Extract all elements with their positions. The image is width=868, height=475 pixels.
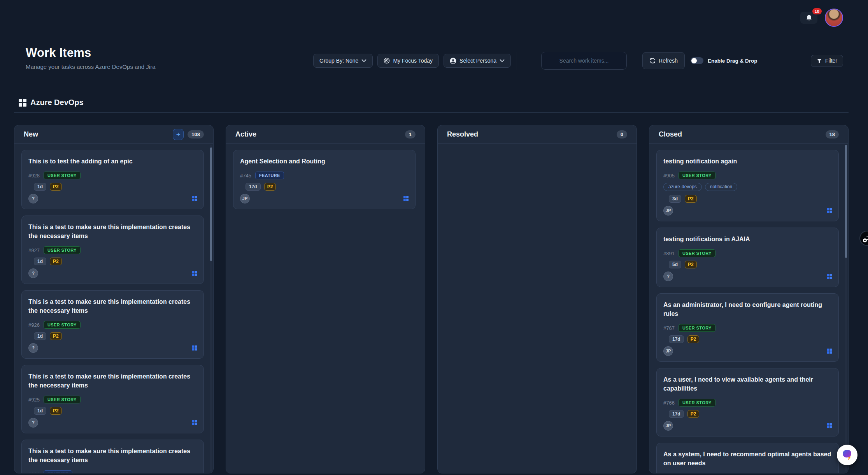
column-header: Active1	[226, 125, 425, 144]
age-chip: 5d	[669, 261, 681, 268]
priority-chip: P2	[50, 183, 62, 191]
page-subtitle: Manage your tasks across Azure DevOps an…	[26, 63, 156, 70]
work-item-type-badge: USER STORY	[679, 324, 715, 332]
target-icon	[384, 58, 390, 64]
card[interactable]: This is a test to make sure this impleme…	[21, 290, 204, 359]
notifications-count-badge: 10	[812, 8, 822, 14]
age-chip: 17d	[669, 410, 684, 418]
question-avatar: ?	[663, 272, 673, 281]
side-widget-icon[interactable]	[859, 231, 868, 246]
section-header: Azure DevOps	[14, 98, 849, 107]
card-title: This is a test to make sure this impleme…	[28, 297, 197, 315]
card-footer: ?	[28, 343, 197, 353]
azure-devops-icon	[827, 208, 832, 213]
card-title: This is a test to make sure this impleme…	[28, 372, 197, 390]
assignee-avatar: JP	[663, 346, 673, 356]
card-meta: #928USER STORY	[28, 172, 197, 179]
card-list: Agent Selection and Routing#745FEATURE17…	[226, 144, 425, 473]
card-meta: #745FEATURE	[240, 172, 409, 179]
column-scrollbar-track	[210, 145, 212, 471]
age-chip: 17d	[245, 183, 261, 191]
notifications-button[interactable]: 10	[800, 12, 817, 24]
brain-logo-icon[interactable]	[837, 445, 857, 465]
drag-drop-toggle[interactable]	[691, 57, 703, 64]
question-avatar: ?	[28, 194, 38, 203]
card[interactable]: As a user, I need to view available agen…	[656, 368, 839, 436]
assignee-avatar: JP	[663, 206, 673, 216]
section-divider	[14, 112, 849, 113]
card[interactable]: This is a test to make sure this impleme…	[21, 440, 204, 473]
card[interactable]: As an administrator, I need to configure…	[656, 293, 839, 362]
tag-pill: azure-devops	[663, 183, 702, 191]
filter-button[interactable]: Filter	[811, 55, 843, 67]
question-avatar: ?	[28, 418, 38, 428]
column-title: New	[24, 130, 38, 138]
card-title: testing notification again	[663, 157, 832, 166]
card-id: #927	[28, 247, 40, 253]
card-footer: JP	[663, 346, 832, 356]
filter-label: Filter	[825, 58, 837, 64]
azure-devops-icon	[827, 349, 832, 354]
card[interactable]: testing notification again#905USER STORY…	[656, 150, 839, 221]
select-persona-dropdown[interactable]: Select Persona	[444, 54, 511, 68]
toolbar-divider	[799, 52, 799, 70]
card-footer: ?	[28, 417, 197, 428]
work-item-type-badge: FEATURE	[44, 470, 72, 473]
card-footer: ?	[28, 193, 197, 203]
column-scrollbar-thumb[interactable]	[210, 147, 212, 261]
work-item-type-badge: FEATURE	[255, 172, 284, 179]
card-title: This is a test to make sure this impleme…	[28, 447, 197, 464]
bell-icon	[806, 14, 812, 21]
age-chip: 1d	[34, 407, 46, 415]
column-count-badge: 18	[826, 130, 839, 138]
card[interactable]: testing notifications in AJAIA#891USER S…	[656, 228, 839, 287]
refresh-icon	[649, 58, 656, 64]
card-footer: JP	[663, 205, 832, 216]
filter-icon	[817, 58, 822, 63]
card-meta: #925USER STORY	[28, 396, 197, 403]
card[interactable]: This is to test the adding of an epic#92…	[21, 150, 204, 209]
select-persona-label: Select Persona	[459, 58, 496, 64]
card[interactable]: As a system, I need to recommend optimal…	[656, 443, 839, 473]
age-chip: 1d	[34, 332, 46, 340]
card[interactable]: This is a test to make sure this impleme…	[21, 216, 204, 284]
card-title: This is a test to make sure this impleme…	[28, 223, 197, 240]
refresh-button[interactable]: Refresh	[642, 52, 685, 69]
column-active: Active1Agent Selection and Routing#745FE…	[226, 125, 425, 473]
column-new: New+108This is to test the adding of an …	[14, 125, 214, 473]
column-scrollbar-thumb[interactable]	[845, 145, 847, 258]
card-title: As a user, I need to view available agen…	[663, 375, 832, 393]
tag-pill: notification	[705, 183, 737, 191]
column-count-badge: 1	[405, 130, 416, 138]
card[interactable]: This is a test to make sure this impleme…	[21, 365, 204, 433]
user-avatar[interactable]	[825, 9, 843, 27]
priority-chip: P2	[687, 410, 700, 418]
topbar: 10	[800, 9, 843, 27]
group-by-dropdown[interactable]: Group By: None	[313, 54, 373, 68]
question-avatar: ?	[28, 268, 38, 278]
card-chips: 17dP2	[245, 183, 409, 191]
priority-chip: P2	[50, 258, 62, 265]
search-input[interactable]	[541, 52, 627, 70]
card-chips: 5dP2	[669, 261, 832, 268]
column-title: Closed	[659, 130, 682, 138]
board: Azure DevOps New+108This is to test the …	[14, 98, 849, 473]
work-item-type-badge: USER STORY	[44, 396, 81, 403]
add-card-button[interactable]: +	[173, 129, 184, 140]
work-item-type-badge: USER STORY	[44, 172, 81, 179]
column-count-badge: 0	[617, 130, 627, 138]
column-count-badge: 108	[188, 130, 204, 138]
card-id: #928	[28, 173, 40, 179]
card-chips: 17dP2	[669, 410, 832, 418]
grid-icon	[19, 99, 26, 107]
group-by-label: Group By: None	[319, 58, 358, 64]
card-meta: #924FEATURE	[28, 470, 197, 473]
card-tags: azure-devopsnotification	[663, 183, 832, 191]
card-meta: #767USER STORY	[663, 324, 832, 332]
work-item-type-badge: USER STORY	[679, 249, 715, 257]
column-header: Resolved0	[438, 125, 637, 144]
my-focus-today-button[interactable]: My Focus Today	[377, 54, 439, 68]
column-header: Closed18	[649, 125, 848, 144]
toolbar-divider	[517, 52, 517, 70]
card[interactable]: Agent Selection and Routing#745FEATURE17…	[233, 150, 416, 209]
